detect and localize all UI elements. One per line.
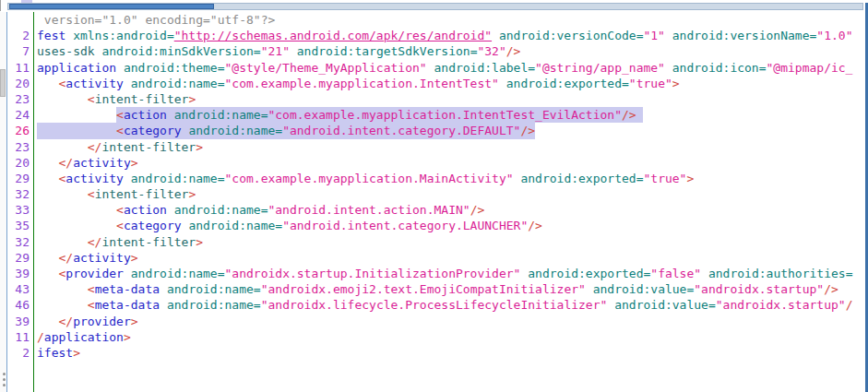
code-text: <action android:name="com.example.myappl… [37,107,636,123]
token-tag: application [44,330,124,344]
code-line[interactable]: 33 <action android:name="android.intent.… [7,202,865,218]
code-line[interactable]: 29 </activity> [7,250,865,266]
code-editor[interactable]: version="1.0" encoding="utf-8"?>2fest xm… [7,12,865,392]
token-punct: < [116,108,124,122]
token-punct: < [88,187,95,201]
token-tag: provider [65,267,124,280]
token-attr: android:value [614,298,708,312]
code-line[interactable]: 29 <activity android:name="com.example.m… [7,171,865,186]
code-line[interactable]: 2ifest> [7,345,865,361]
token-tag: category [124,124,182,137]
line-number: 20 [7,76,30,91]
token-tagalt: uses-sdk [37,44,95,58]
code-line[interactable]: 23 <intent-filter> [7,91,865,107]
token-attr: android:label [434,61,528,75]
token-gray: version="1.0" encoding="utf-8"?> [37,13,275,27]
token-plain [37,315,58,328]
code-line[interactable]: 46 <meta-data android:name="androidx.lif… [7,297,865,313]
window-edge [0,0,1,11]
token-plain [607,298,614,312]
token-punct: < [88,298,95,312]
token-plain [167,203,174,217]
horizontal-scrollbar[interactable] [7,3,863,10]
token-punct: /> [622,108,636,122]
code-line[interactable]: 32 </intent-filter> [7,234,865,250]
code-line[interactable]: 35 <category android:name="android.inten… [7,218,865,233]
token-attr: = [254,44,261,58]
token-val: "@style/Theme_MyApplication" [225,61,427,75]
token-val: "android.intent.category.DEFAULT" [282,124,520,137]
code-line[interactable]: 39 <provider android:name="androidx.star… [7,266,865,281]
token-tagalt: intent-filter [101,235,196,249]
code-line[interactable]: 24 <action android:name="com.example.mya… [7,107,865,123]
horizontal-scrollbar-thumb[interactable] [9,4,214,9]
token-attr: android:name [188,124,275,137]
token-plain [37,77,58,90]
line-number: 23 [7,91,30,107]
token-tag: meta-data [95,282,160,296]
code-line[interactable]: 7uses-sdk android:minSdkVersion="21" and… [7,43,865,59]
line-number: 46 [7,297,30,313]
token-attr: android:icon [672,61,759,75]
token-punct: /> [506,44,521,58]
token-attr: = [708,298,716,312]
token-punct: </ [58,156,73,170]
token-plain [124,172,131,185]
line-number: 20 [7,155,30,171]
line-number: 29 [7,250,30,266]
token-attr: android:name [131,172,218,185]
line-number: 32 [7,186,30,202]
vertical-scrollbar[interactable] [0,12,7,392]
token-attr: android:minSdkVersion [101,44,253,58]
token-val: "com.example.myapplication.IntentTest" [225,77,499,90]
token-plain [37,235,88,249]
token-tagalt: intent-filter [95,92,189,106]
token-attr: = [218,267,225,280]
token-attr: = [254,298,261,312]
token-plain [37,282,88,296]
code-line[interactable]: 23 </intent-filter> [7,139,865,155]
token-punct: > [131,251,138,265]
token-punct: < [116,203,124,217]
token-plain [499,77,506,90]
code-line[interactable]: 11application android:theme="@style/Them… [7,60,865,76]
code-text: </provider> [37,314,138,329]
code-line[interactable]: 39 </provider> [7,314,865,329]
token-attr: = [218,172,225,185]
code-text: <meta-data android:name="androidx.lifecy… [37,297,852,313]
code-text: ifest> [37,345,80,361]
code-text: application android:theme="@style/Theme_… [37,60,852,76]
line-number: 2 [7,345,30,361]
token-punct: /> [824,282,838,296]
token-val: "androidx.startup" [716,298,846,312]
code-line[interactable]: 11/application> [7,329,865,345]
code-line[interactable]: 20 </activity> [7,155,865,171]
token-attr: = [254,282,261,296]
token-plain [37,156,58,170]
token-punct: > [131,156,138,170]
token-tag: activity [73,251,131,265]
code-line[interactable]: 2fest xmlns:android="http://schemas.andr… [7,28,865,43]
scrollbar-grip-icon[interactable] [1,370,6,388]
token-plain [124,267,131,280]
token-attr: android:targetSdkVersion [297,44,470,58]
token-attr: = [759,61,767,75]
token-attr: android:exported [520,172,636,185]
token-val: "androidx.emoji2.text.EmojiCompatInitial… [261,282,586,296]
token-val: "true" [643,172,686,185]
token-attr: = [167,29,174,42]
vertical-scrollbar-thumb[interactable] [0,69,6,97]
code-line[interactable]: version="1.0" encoding="utf-8"?> [7,12,865,28]
code-line[interactable]: 43 <meta-data android:name="androidx.emo… [7,281,865,297]
token-val: "androidx.startup.InitializationProvider… [225,267,521,280]
code-line[interactable]: 32 <intent-filter> [7,186,865,202]
code-line[interactable]: 20 <activity android:name="com.example.m… [7,76,865,91]
line-number: 7 [7,43,30,59]
token-plain [37,251,58,265]
code-text: fest xmlns:android="http://schemas.andro… [37,28,852,43]
code-line[interactable]: 26 <category android:name="android.inten… [7,123,865,138]
line-number: 29 [7,171,30,186]
token-attr: = [275,124,282,137]
token-plain [37,219,116,232]
token-plain [586,282,593,296]
